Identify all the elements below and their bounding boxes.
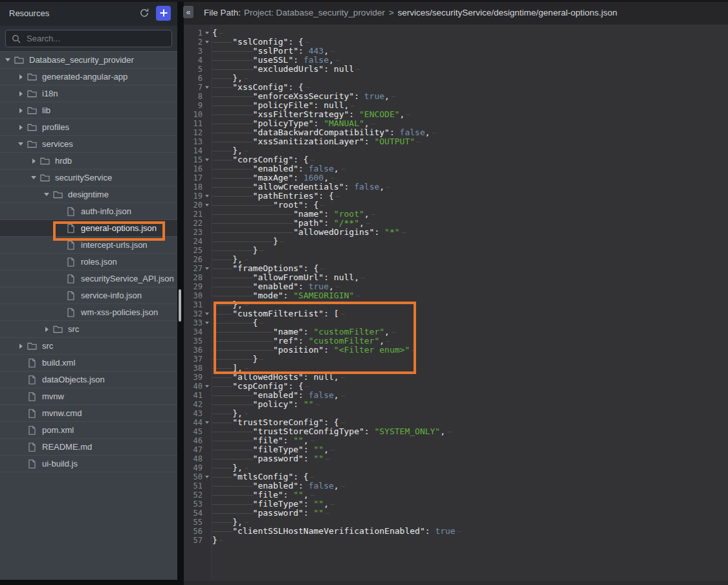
code-line[interactable]: "clientSSLHostNameVerificationEnabled": … (212, 527, 728, 536)
code-line[interactable]: "customFilterList": [ (212, 309, 728, 318)
code-line[interactable]: "allowedHosts": null, (212, 373, 728, 382)
code-line[interactable]: "policyType": "MANUAL", (212, 119, 728, 128)
code-line[interactable]: "root": { (212, 201, 728, 210)
code-line[interactable]: "file": "", (212, 491, 728, 500)
expand-arrow-icon[interactable] (30, 153, 38, 169)
code-line[interactable]: }, (212, 146, 728, 155)
code-line[interactable]: }, (212, 463, 728, 472)
code-line[interactable]: "maxAge": 1600, (212, 173, 728, 182)
code-line[interactable]: "fileType": "", (212, 445, 728, 454)
tree-file-row[interactable]: service-info.json (0, 287, 177, 304)
code-line[interactable]: { (212, 28, 728, 38)
tree-folder-row[interactable]: generated-angular-app (0, 69, 177, 85)
code-line[interactable]: "password": "" (212, 454, 728, 463)
collapse-panel-button[interactable]: « (183, 6, 193, 18)
code-line[interactable]: }, (212, 255, 728, 264)
code-line[interactable]: "name": "customFilter", (212, 327, 728, 337)
fold-arrow-icon[interactable] (203, 83, 211, 92)
tree-folder-row[interactable]: securityService (0, 170, 177, 186)
panel-scrollbar-track[interactable] (177, 0, 184, 585)
collapse-arrow-icon[interactable] (30, 170, 38, 186)
expand-arrow-icon[interactable] (17, 69, 25, 85)
code-line[interactable]: "xssConfig": { (212, 83, 728, 92)
code-line[interactable]: } (212, 246, 728, 255)
expand-arrow-icon[interactable] (17, 338, 25, 354)
fold-arrow-icon[interactable] (203, 318, 211, 327)
code-line[interactable]: "xssFilterStrategy": "ENCODE", (212, 110, 728, 119)
expand-arrow-icon[interactable] (17, 102, 25, 118)
tree-folder-row[interactable]: i18n (0, 85, 177, 102)
code-line[interactable]: "path": "/**", (212, 219, 728, 228)
code-line[interactable]: "pathEntries": { (212, 192, 728, 201)
code-line[interactable]: "fileType": "", (212, 500, 728, 509)
fold-arrow-icon[interactable] (203, 382, 211, 391)
tree-file-row[interactable]: wm-xss-policies.json (0, 304, 177, 321)
code-line[interactable]: "excludedUrls": null (212, 65, 728, 74)
tree-folder-row[interactable]: hrdb (0, 153, 177, 170)
refresh-icon[interactable] (137, 6, 151, 20)
code-line[interactable]: "enabled": false, (212, 391, 728, 400)
fold-arrow-icon[interactable] (203, 264, 211, 273)
tree-file-row[interactable]: dataObjects.json (0, 371, 177, 388)
tree-file-row[interactable]: auth-info.json (0, 203, 177, 220)
code-line[interactable]: "allowCredentials": false, (212, 182, 728, 192)
search-box[interactable] (5, 30, 172, 47)
tree-folder-row[interactable]: designtime (0, 186, 177, 203)
code-line[interactable]: } (212, 355, 728, 364)
code-line[interactable]: "position": "<Filter enum>" (212, 346, 728, 355)
code-line[interactable]: } (212, 536, 728, 545)
code-line[interactable]: "enforceXssSecurity": true, (212, 92, 728, 101)
tree-folder-row[interactable]: lib (0, 102, 177, 119)
code-line[interactable]: "xssSanitizationLayer": "OUTPUT" (212, 137, 728, 146)
code-line[interactable]: "enabled": true, (212, 282, 728, 291)
code-line[interactable]: "sslPort": 443, (212, 47, 728, 56)
editor-code[interactable]: {"sslConfig": {"sslPort": 443,"useSSL": … (212, 25, 728, 545)
tree-folder-row[interactable]: Database_security_provider (0, 52, 177, 69)
code-editor[interactable]: 1234567891011121314151617181920212223242… (184, 25, 728, 585)
tree-folder-row[interactable]: src (0, 338, 177, 355)
code-line[interactable]: "policyFile": null, (212, 101, 728, 110)
code-line[interactable]: "cspConfig": { (212, 382, 728, 391)
code-line[interactable]: }, (212, 409, 728, 418)
tree-file-row[interactable]: mvnw.cmd (0, 405, 177, 422)
code-line[interactable]: "mode": "SAMEORIGIN" (212, 291, 728, 300)
tree-file-row[interactable]: mvnw (0, 388, 177, 405)
code-line[interactable]: "ref": "customFilter", (212, 337, 728, 346)
code-line[interactable]: "allowedOrigins": "*" (212, 228, 728, 237)
code-line[interactable]: ], (212, 364, 728, 373)
code-line[interactable]: "enabled": false, (212, 164, 728, 173)
tree-folder-row[interactable]: profiles (0, 119, 177, 136)
fold-arrow-icon[interactable] (203, 418, 211, 427)
fold-arrow-icon[interactable] (203, 155, 211, 164)
tree-file-row[interactable]: README.md (0, 439, 177, 456)
expand-arrow-icon[interactable] (17, 85, 25, 102)
code-line[interactable]: "dataBackwardCompatibility": false, (212, 128, 728, 137)
fold-arrow-icon[interactable] (203, 38, 211, 47)
code-line[interactable]: }, (212, 300, 728, 309)
search-input[interactable] (25, 33, 166, 44)
tree-file-row[interactable]: pom.xml (0, 422, 177, 439)
fold-arrow-icon[interactable] (203, 309, 211, 318)
fold-arrow-icon[interactable] (203, 192, 211, 201)
code-line[interactable]: { (212, 318, 728, 327)
add-resource-button[interactable] (156, 6, 171, 21)
collapse-arrow-icon[interactable] (17, 136, 25, 152)
code-line[interactable]: "allowFromUrl": null, (212, 273, 728, 282)
code-line[interactable]: "corsConfig": { (212, 155, 728, 164)
code-line[interactable]: "trustStoreConfig": { (212, 418, 728, 427)
tree-file-row[interactable]: general-options.json (0, 220, 177, 237)
expand-arrow-icon[interactable] (17, 119, 25, 135)
tree-folder-row[interactable]: src (0, 321, 177, 338)
fold-arrow-icon[interactable] (203, 472, 211, 481)
code-line[interactable]: }, (212, 518, 728, 527)
tree-file-row[interactable]: intercept-urls.json (0, 237, 177, 254)
code-line[interactable]: "file": "", (212, 436, 728, 445)
code-line[interactable]: }, (212, 74, 728, 83)
code-line[interactable]: "trustStoreConfigType": "SYSTEM_ONLY", (212, 427, 728, 436)
tree-file-row[interactable]: roles.json (0, 254, 177, 270)
code-line[interactable]: "policy": "" (212, 400, 728, 409)
expand-arrow-icon[interactable] (43, 321, 50, 337)
tree-file-row[interactable]: securityService_API.json (0, 270, 177, 287)
fold-arrow-icon[interactable] (203, 201, 211, 210)
tree-folder-row[interactable]: services (0, 136, 177, 153)
